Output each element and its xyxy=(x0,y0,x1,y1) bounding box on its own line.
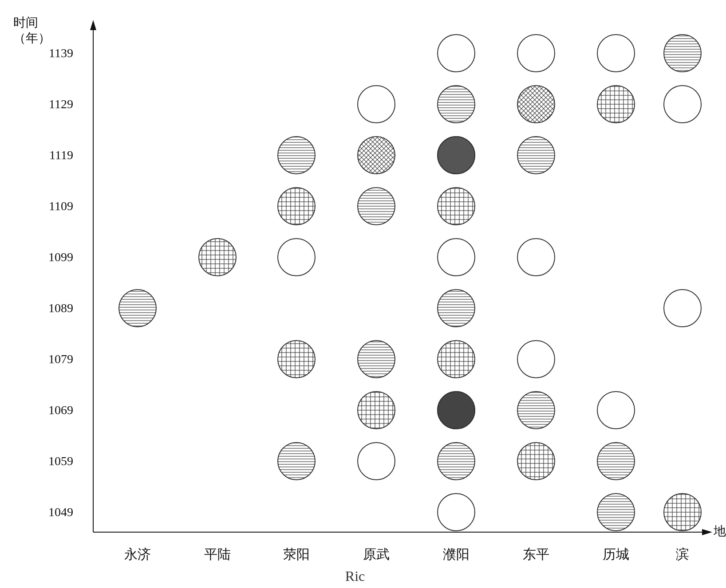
dot-dongping-1079 xyxy=(517,341,555,378)
dot-xingyang-1099 xyxy=(278,239,315,276)
dot-puyang-1059 xyxy=(438,443,475,480)
dot-puyang-1139 xyxy=(438,35,475,72)
dot-yuanwu-1119 xyxy=(358,137,395,174)
x-axis-label: 地名 xyxy=(713,524,726,538)
dot-licheng-1069 xyxy=(597,392,635,429)
x-label-licheng: 历城 xyxy=(603,547,629,561)
dot-dongping-1099 xyxy=(517,239,555,276)
x-label-yuanwu: 原武 xyxy=(363,547,390,561)
dot-xingyang-1109 xyxy=(278,188,315,225)
x-label-xingyang: 荥阳 xyxy=(283,547,310,561)
chart-container: 时间 （年） 地名 1139 1129 1119 1109 1099 1089 … xyxy=(0,0,726,588)
dot-yuanwu-1059 xyxy=(358,443,395,480)
dot-dongping-1069 xyxy=(517,392,555,429)
dot-puyang-1049 xyxy=(438,494,475,531)
y-axis-title: 时间 xyxy=(13,16,38,29)
x-label-dongping: 东平 xyxy=(523,547,549,561)
dot-puyang-1109 xyxy=(438,188,475,225)
x-label-pinglu: 平陆 xyxy=(204,547,231,561)
dot-puyang-1079 xyxy=(438,341,475,378)
x-label-yongji: 永济 xyxy=(124,547,151,561)
dot-licheng-1129 xyxy=(597,86,635,123)
dot-puyang-1089 xyxy=(438,290,475,327)
dot-xingyang-1119 xyxy=(278,137,315,174)
dot-puyang-1129 xyxy=(438,86,475,123)
watermark: Ric xyxy=(345,568,365,584)
dot-dongping-1139 xyxy=(517,35,555,72)
dot-puyang-1099 xyxy=(438,239,475,276)
dot-bin-1129 xyxy=(664,86,701,123)
dot-bin-1049 xyxy=(664,494,701,531)
y-label-1049: 1049 xyxy=(48,505,73,519)
dot-yuanwu-1109 xyxy=(358,188,395,225)
y-axis-title2: （年） xyxy=(13,31,51,45)
dot-licheng-1059 xyxy=(597,443,635,480)
y-label-1059: 1059 xyxy=(48,454,73,468)
dot-dongping-1119 xyxy=(517,137,555,174)
y-label-1139: 1139 xyxy=(49,46,73,60)
y-label-1089: 1089 xyxy=(48,301,73,315)
dot-bin-1089 xyxy=(664,290,701,327)
dot-yuanwu-1069 xyxy=(358,392,395,429)
y-label-1079: 1079 xyxy=(48,352,73,366)
dot-licheng-1139 xyxy=(597,35,635,72)
dot-bin-1139 xyxy=(664,35,701,72)
dot-yuanwu-1079 xyxy=(358,341,395,378)
dot-xingyang-1079 xyxy=(278,341,315,378)
dot-xingyang-1059 xyxy=(278,443,315,480)
y-label-1119: 1119 xyxy=(49,148,73,162)
dot-yongji-1089 xyxy=(119,290,156,327)
y-label-1099: 1099 xyxy=(48,250,73,264)
y-label-1129: 1129 xyxy=(49,97,73,111)
dot-dongping-1129 xyxy=(517,86,555,123)
dot-licheng-1049 xyxy=(597,494,635,531)
dot-yuanwu-1129 xyxy=(358,86,395,123)
dot-dongping-1059 xyxy=(517,443,555,480)
y-label-1109: 1109 xyxy=(49,199,73,213)
x-label-puyang: 濮阳 xyxy=(443,547,470,561)
x-label-bin: 滨 xyxy=(676,547,689,561)
dot-pinglu-1099 xyxy=(199,239,236,276)
y-label-1069: 1069 xyxy=(48,403,73,417)
